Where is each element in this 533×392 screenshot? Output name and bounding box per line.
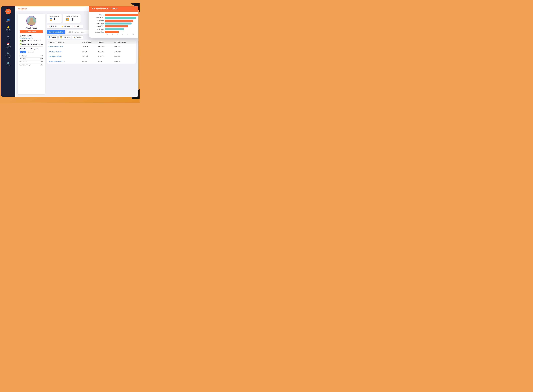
main-content: SciLeads Misa Koyama Follow Profile 🏢 Em… [15, 6, 138, 97]
category-row-life-science: Life Science 304 [20, 55, 43, 57]
profile-email-link[interactable]: misa.koyaman@... [22, 37, 33, 39]
bar-row: Interleukin-17 [92, 25, 138, 27]
gear-icon: ⚙️ [7, 62, 10, 64]
time-toggle: 3 Years All Time [20, 51, 43, 53]
bar-container [105, 25, 138, 27]
bar-container [105, 20, 138, 22]
search-icon: 👥 [7, 18, 10, 20]
tab-posters[interactable]: 📁 POSTERS [59, 25, 72, 28]
sidebar-item-search[interactable]: 👥 Search [1, 17, 15, 23]
bar-container [105, 17, 138, 19]
profile-card: Misa Koyama Follow Profile 🏢 Emerald Pha… [18, 14, 45, 94]
bar-fill [105, 31, 118, 33]
bar-label: Inflammation [92, 23, 104, 24]
popup-title: Focused Research Areas [92, 7, 138, 10]
sidebar-item-settings[interactable]: ⚙️ Settings [1, 61, 15, 67]
bar-fill [105, 28, 124, 30]
bar-label: Macrophages [92, 28, 104, 30]
sidebar-label-purchasing: PurchasingSearch [5, 55, 11, 58]
filter-funding-label: Funding [51, 36, 56, 38]
medal-icon: 🏅 [49, 18, 52, 21]
tab-publications[interactable]: 📅 PUBL... [72, 25, 83, 28]
axis-label: 4 [115, 34, 120, 35]
filter-tradeshows-icon: 🖼️ [60, 36, 62, 38]
bar-row: Cicatrix [92, 14, 138, 16]
table-row: Homoepitaxial Growth.. Feb 2024 $231,500… [47, 44, 136, 49]
stat-number-funding: 7 [53, 18, 55, 21]
tab-funding-label: FUNDING [51, 26, 57, 27]
sidebar-item-tradeshow[interactable]: 📅 TradeshowCalendar [1, 42, 15, 50]
row-3-funding: $164,535 [98, 56, 114, 57]
stat-label-funding: Funding Awards [49, 15, 59, 17]
filter-tag-tradeshows[interactable]: 🖼️ Tradeshows [58, 35, 71, 39]
tab-publications-icon: 📅 [74, 26, 76, 27]
row-2-title[interactable]: Study of Substrates ... [49, 51, 82, 52]
app-container: PW 👥 Search 🔔 Searches& Alerts ☰ Lists 📅… [1, 6, 138, 97]
axis-label: 0 [105, 34, 110, 35]
bar-container [105, 28, 138, 30]
image-icon: 🖼️ [66, 18, 69, 21]
profile-photo-wrapper [20, 16, 43, 26]
table-row: Stability of Surface ... Jan 2023 $164,5… [47, 54, 136, 59]
bar-label: Interleukin-17 [92, 26, 104, 27]
tab-posters-icon: 📁 [61, 26, 63, 27]
logo-leads: Leads [21, 8, 27, 10]
filter-funding-icon: 👤 [48, 36, 50, 38]
axis-label: 8 [125, 34, 131, 35]
bar-fill [105, 25, 128, 27]
stat-number-tradeshow: 48 [70, 18, 73, 21]
filter-tag-funding[interactable]: 👤 Funding [47, 35, 58, 39]
table-row: Study of Substrates ... Apr 2024 $127,50… [47, 49, 136, 54]
bar-row: Granylocyte [92, 20, 138, 22]
table-row: James Mcgroddy Prize... Aug 2022 $7,500 … [47, 59, 136, 64]
profile-photo [26, 16, 36, 26]
tab-funding[interactable]: 🏅 FUNDING [47, 25, 59, 28]
popup-body: CicatrixFatty Acid B...GranylocyteInflam… [89, 12, 138, 37]
time-btn-alltime[interactable]: All Time [27, 51, 34, 53]
th-date: DATE AWARDED [82, 42, 98, 43]
follow-profile-button[interactable]: Follow Profile [20, 30, 43, 33]
purchasing-icon: 🔍 [7, 52, 10, 55]
filter-tradeshows-label: Tradeshows [62, 36, 70, 38]
bar-container [105, 31, 138, 33]
user-avatar[interactable]: PW [5, 9, 11, 14]
row-2-funding: $127,500 [98, 51, 114, 52]
sidebar: PW 👥 Search 🔔 Searches& Alerts ☰ Lists 📅… [1, 6, 15, 97]
building-icon: 🏢 [20, 35, 22, 37]
bar-row: Membrane Gly... [92, 31, 138, 33]
table-header: FUNDED PROJECT TITLE DATE AWARDED FUNDIN… [47, 40, 136, 44]
bar-label: Cicatrix [92, 14, 104, 16]
sidebar-item-lists[interactable]: ☰ Lists [1, 34, 15, 40]
time-btn-3years[interactable]: 3 Years [20, 51, 26, 53]
category-row-chemistry: Chemistry 303 [20, 57, 43, 61]
category-row-neuroscience: Neuroscience 259 [20, 61, 43, 63]
row-1-title[interactable]: Homoepitaxial Growth.. [49, 46, 82, 47]
sidebar-item-searches-alerts[interactable]: 🔔 Searches& Alerts [1, 25, 15, 33]
bar-fill [105, 17, 136, 19]
list-icon: ☰ [7, 35, 9, 37]
row-4-title[interactable]: James Mcgroddy Prize... [49, 61, 82, 62]
bar-label: Membrane Gly... [92, 31, 104, 33]
filter-tag-publications[interactable]: 📊 Publica... [72, 35, 83, 39]
bar-label: Granylocyte [92, 20, 104, 21]
bar-container [105, 14, 138, 16]
axis-label: 2 [110, 34, 115, 35]
row-3-title[interactable]: Stability of Surface ... [49, 56, 82, 57]
broad-research-title: Broad Research Categories [20, 48, 43, 50]
axis-label: 6 [120, 34, 125, 35]
category-row-immuno: Immuno-oncology 205 [20, 63, 43, 66]
bar-chart: CicatrixFatty Acid B...GranylocyteInflam… [92, 14, 138, 33]
impact-icon-2: ✅ [20, 43, 22, 45]
profile-name: Misa Koyama [20, 27, 43, 29]
profile-research-impact-3yr: ✅ Research Impact (3 Year Avg): 580 [20, 43, 43, 45]
bar-row: Inflammation [92, 23, 138, 24]
chart-axis: 0246810 [105, 34, 136, 35]
th-starts: FUNDING STARTS [114, 42, 134, 43]
focused-research-popup: Focused Research Areas CicatrixFatty Aci… [89, 6, 138, 37]
stat-label-tradeshow: Tradeshow Sessions [66, 15, 78, 17]
stat-value-tradeshow: 🖼️ 48 [66, 18, 78, 21]
open-search-builder-button[interactable]: Open Search Builder [47, 30, 65, 34]
row-4-funding: $7,500 [98, 61, 114, 62]
tab-posters-label: POSTERS [64, 26, 70, 27]
sidebar-item-purchasing[interactable]: 🔍 PurchasingSearch [1, 51, 15, 59]
